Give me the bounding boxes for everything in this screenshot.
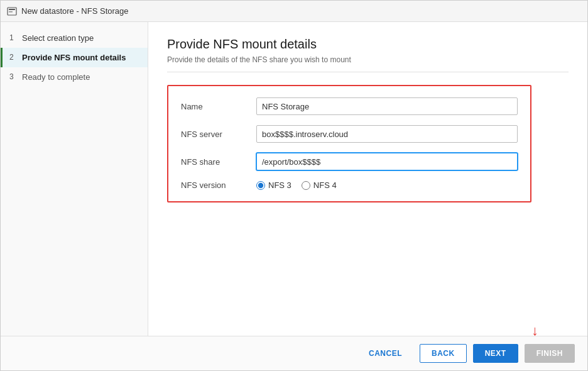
nfs4-radio[interactable] — [302, 181, 310, 190]
nfs4-option[interactable]: NFS 4 — [302, 180, 337, 190]
nfs-form: Name NFS server NFS share NFS version — [167, 85, 531, 202]
svg-rect-1 — [9, 9, 15, 10]
step1-number: 1 — [9, 33, 18, 42]
nfs-version-radio-group: NFS 3 NFS 4 — [256, 180, 337, 190]
nfs3-radio[interactable] — [256, 181, 265, 190]
nfs-version-row: NFS version NFS 3 NFS 4 — [181, 180, 518, 190]
main-window: New datastore - NFS Storage 1 Select cre… — [0, 0, 588, 371]
main-content: Provide NFS mount details Provide the de… — [148, 22, 587, 336]
sidebar-item-step2[interactable]: 2 Provide NFS mount details — [1, 48, 148, 67]
svg-rect-2 — [9, 11, 13, 13]
next-arrow-indicator: ↓ — [531, 323, 538, 339]
title-bar: New datastore - NFS Storage — [1, 1, 587, 22]
sidebar-item-step1[interactable]: 1 Select creation type — [1, 28, 148, 48]
footer: ↓ CANCEL BACK NEXT FINISH — [1, 336, 587, 370]
datastore-icon — [7, 6, 17, 16]
step2-number: 2 — [9, 53, 18, 62]
cancel-button[interactable]: CANCEL — [357, 344, 413, 363]
name-label: Name — [181, 102, 256, 111]
nfs-share-input[interactable] — [256, 153, 518, 170]
nfs3-label: NFS 3 — [268, 180, 291, 190]
nfs4-label: NFS 4 — [313, 180, 337, 190]
next-button[interactable]: NEXT — [473, 344, 518, 363]
nfs-share-label: NFS share — [181, 157, 256, 167]
nfs-version-label: NFS version — [181, 180, 256, 190]
step3-number: 3 — [9, 72, 18, 81]
page-title: Provide NFS mount details — [167, 37, 569, 52]
page-subtitle: Provide the details of the NFS share you… — [167, 55, 569, 72]
step2-label: Provide NFS mount details — [22, 53, 126, 62]
nfs-server-row: NFS server — [181, 125, 518, 143]
sidebar: 1 Select creation type 2 Provide NFS mou… — [1, 22, 148, 336]
name-input[interactable] — [256, 97, 518, 115]
nfs-server-label: NFS server — [181, 130, 256, 139]
nfs-server-input[interactable] — [256, 125, 518, 143]
content-area: 1 Select creation type 2 Provide NFS mou… — [1, 22, 587, 336]
step1-label: Select creation type — [22, 33, 94, 43]
nfs3-option[interactable]: NFS 3 — [256, 180, 291, 190]
finish-button: FINISH — [525, 344, 575, 363]
step3-label: Ready to complete — [22, 72, 90, 82]
sidebar-item-step3[interactable]: 3 Ready to complete — [1, 67, 148, 87]
name-row: Name — [181, 97, 518, 115]
nfs-share-row: NFS share — [181, 153, 518, 170]
window-title: New datastore - NFS Storage — [21, 6, 129, 16]
back-button[interactable]: BACK — [420, 344, 467, 363]
